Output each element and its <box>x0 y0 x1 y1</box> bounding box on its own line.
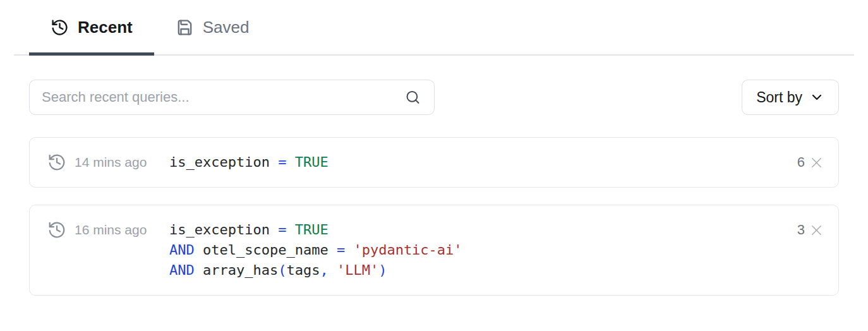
sort-by-button[interactable]: Sort by <box>742 80 839 115</box>
history-icon <box>47 220 66 239</box>
tab-saved[interactable]: Saved <box>154 0 271 54</box>
remove-query-button[interactable] <box>805 156 823 169</box>
query-list: 14 mins ago is_exception = TRUE 6 16 min… <box>29 137 839 296</box>
query-card[interactable]: 16 mins ago is_exception = TRUEAND otel_… <box>29 205 839 296</box>
tab-saved-label: Saved <box>203 18 250 37</box>
tab-recent-label: Recent <box>78 18 133 37</box>
sort-by-label: Sort by <box>756 89 802 106</box>
query-run-count: 6 <box>797 152 805 172</box>
query-card[interactable]: 14 mins ago is_exception = TRUE 6 <box>29 137 839 188</box>
tab-bar: Recent Saved <box>14 0 854 56</box>
close-icon <box>810 156 823 169</box>
chevron-down-icon <box>809 90 824 105</box>
save-icon <box>176 18 194 37</box>
tab-recent[interactable]: Recent <box>29 0 154 54</box>
remove-query-button[interactable] <box>805 224 823 237</box>
history-icon <box>51 18 69 37</box>
query-code: is_exception = TRUE <box>169 152 329 172</box>
history-icon <box>47 153 66 172</box>
query-run-count: 3 <box>797 220 805 240</box>
search-input[interactable] <box>29 80 435 115</box>
search-box <box>29 80 435 115</box>
toolbar: Sort by <box>29 80 839 115</box>
search-icon <box>404 89 421 106</box>
query-timestamp: 14 mins ago <box>75 152 169 172</box>
close-icon <box>810 224 823 237</box>
query-code: is_exception = TRUEAND otel_scope_name =… <box>169 220 462 280</box>
query-timestamp: 16 mins ago <box>75 220 169 240</box>
recent-queries-panel: Recent Saved Sort by <box>0 0 868 296</box>
